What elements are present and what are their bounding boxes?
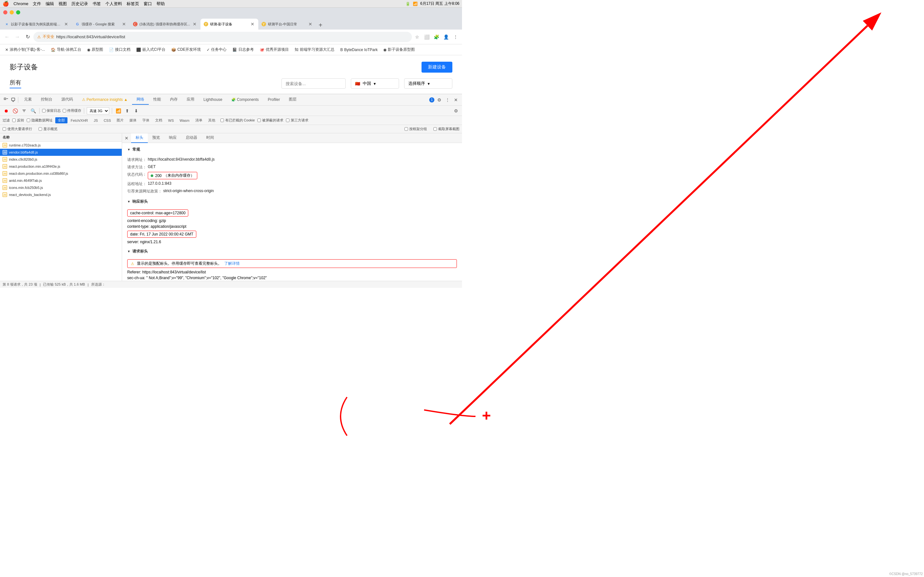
response-headers-section-header[interactable]: ▼ 响应标头 xyxy=(127,198,457,206)
detail-tab-timing[interactable]: 时间 xyxy=(202,133,219,143)
menubar-tabs[interactable]: 标签页 xyxy=(127,1,139,7)
filter-type-manifest[interactable]: 清单 xyxy=(193,117,205,123)
filter-type-wasm[interactable]: Wasm xyxy=(177,118,192,123)
devtools-tab-perf-insights[interactable]: ⚠ Performance insights ▲ xyxy=(77,95,132,105)
bookmark-bytedance[interactable]: B ByteDance IoTPark xyxy=(338,47,380,53)
bookmark-log[interactable]: 📓 日志参考 xyxy=(230,46,256,53)
search-network-button[interactable]: 🔍 xyxy=(29,107,37,114)
blocked-requests-checkbox[interactable] xyxy=(258,119,261,122)
back-button[interactable]: ← xyxy=(3,32,11,42)
bookmark-task[interactable]: ✓ 任务中心 xyxy=(204,46,229,53)
file-item-4[interactable]: JS react-dom.production.min.cd38b86f.js xyxy=(0,170,122,177)
devtools-close-icon[interactable]: ✕ xyxy=(452,97,459,103)
file-item-6[interactable]: JS icons.min.fcb250b5.js xyxy=(0,184,122,191)
wifi-icon[interactable]: 📶 xyxy=(115,107,122,114)
menubar-help[interactable]: 帮助 xyxy=(156,1,165,7)
filter-type-js[interactable]: JS xyxy=(91,118,101,123)
profile-icon[interactable]: 👤 xyxy=(442,33,450,41)
close-window-btn[interactable] xyxy=(3,10,7,15)
bookmark-ci[interactable]: ⬛ 嵌入式CI平台 xyxy=(134,46,168,53)
bookmark-tuya[interactable]: ✕ 涂鸦小智(下载)-客-... xyxy=(3,46,48,53)
download-icon[interactable]: ⬇ xyxy=(133,107,140,114)
record-button[interactable]: ⏺ xyxy=(3,107,10,114)
filter-type-other[interactable]: 其他 xyxy=(206,117,218,123)
file-item-7[interactable]: JS react_devtools_backend.js xyxy=(0,191,122,198)
tab-close-tab2[interactable]: ✕ xyxy=(121,21,127,27)
new-device-button[interactable]: 新建设备 xyxy=(422,62,452,73)
clear-button[interactable]: 🚫 xyxy=(11,107,19,114)
menubar-window[interactable]: 窗口 xyxy=(143,1,152,7)
tab-close-tab1[interactable]: ✕ xyxy=(64,21,69,27)
reload-button[interactable]: ↻ xyxy=(23,32,32,42)
detail-close-button[interactable]: ✕ xyxy=(122,134,131,142)
devtools-tab-sources[interactable]: 源代码 xyxy=(57,95,77,105)
file-item-3[interactable]: JS react.production.min.a19f443e.js xyxy=(0,163,122,170)
bookmark-github[interactable]: 🐙 优秀开源项目 xyxy=(257,46,291,53)
devtools-tab-application[interactable]: 应用 xyxy=(182,95,199,105)
filter-all-label[interactable]: 所有 xyxy=(10,79,21,89)
request-headers-section-header[interactable]: ▼ 请求标头 xyxy=(127,247,457,255)
extension-puzzle-icon[interactable]: 🧩 xyxy=(433,33,440,41)
file-item-0[interactable]: JS runtime.c702eacb.js xyxy=(0,142,122,149)
detail-tab-headers[interactable]: 标头 xyxy=(131,133,148,143)
tab-close-tab4[interactable]: ✕ xyxy=(250,21,255,27)
general-section-header[interactable]: ▼ 常规 xyxy=(127,145,457,153)
country-select[interactable]: 🇨🇳 中国 ▾ xyxy=(351,78,399,89)
large-requests-checkbox[interactable] xyxy=(3,127,6,131)
menubar-history[interactable]: 历史记录 xyxy=(71,1,88,7)
tab-close-tab5[interactable]: ✕ xyxy=(308,21,313,27)
bookmark-cde[interactable]: 📦 CDE开发环境 xyxy=(169,46,203,53)
bookmark-nav[interactable]: 🏠 导航-涂鸦工台 xyxy=(48,46,84,53)
tab-close-tab3[interactable]: ✕ xyxy=(192,21,197,27)
menubar-bookmarks[interactable]: 书签 xyxy=(93,1,101,7)
invert-filter-checkbox[interactable] xyxy=(12,119,16,122)
devtools-tab-performance[interactable]: 性能 xyxy=(149,95,166,105)
minimize-window-btn[interactable] xyxy=(10,10,14,15)
devtools-tab-network[interactable]: 网络 xyxy=(132,95,149,105)
upload-icon[interactable]: ⬆ xyxy=(124,107,131,114)
menubar-edit[interactable]: 编辑 xyxy=(46,1,54,7)
menubar-view[interactable]: 视图 xyxy=(58,1,67,7)
file-item-5[interactable]: JS antd.min.4649f7ab.js xyxy=(0,177,122,184)
tab-item-tab5[interactable]: Y 研测平台-中国日常 ✕ xyxy=(258,19,316,29)
detail-tab-response[interactable]: 响应 xyxy=(164,133,181,143)
show-overview-checkbox[interactable] xyxy=(39,127,42,131)
filter-type-fetch-xhr[interactable]: Fetch/XHR xyxy=(68,118,90,123)
apple-menu[interactable]: 🍎 xyxy=(3,1,9,7)
file-item-2[interactable]: JS index.c9c820b0.js xyxy=(0,156,122,163)
lens-icon[interactable]: ⬜ xyxy=(423,33,430,41)
filter-type-font[interactable]: 字体 xyxy=(140,117,152,123)
devtools-settings-icon[interactable]: ⚙ xyxy=(436,97,443,103)
filter-toggle-button[interactable] xyxy=(21,107,27,114)
request-warning-link[interactable]: 了解详情 xyxy=(224,261,240,266)
devtools-tab-memory[interactable]: 内存 xyxy=(166,95,182,105)
bookmark-shadow-device[interactable]: ◉ 影子设备原型图 xyxy=(381,46,417,53)
filter-type-all[interactable]: 全部 xyxy=(55,117,68,123)
forward-button[interactable]: → xyxy=(13,32,22,42)
tab-item-tab1[interactable]: ✕ 以影子设备项目为例实践前端常... ✕ xyxy=(1,19,72,29)
devtools-tab-components[interactable]: 🧩 Components xyxy=(227,95,263,105)
capture-screenshot-checkbox[interactable] xyxy=(433,127,437,131)
bookmark-prototype[interactable]: ◉ 原型图 xyxy=(84,46,106,53)
devtools-tab-lighthouse[interactable]: Lighthouse xyxy=(199,95,227,105)
blocked-cookies-checkbox[interactable] xyxy=(221,119,224,122)
network-settings-icon[interactable]: ⚙ xyxy=(452,107,459,114)
menubar-file[interactable]: 文件 xyxy=(33,1,41,7)
detail-tab-initiator[interactable]: 启动器 xyxy=(181,133,202,143)
bookmark-api-doc[interactable]: 📄 接口文档 xyxy=(106,46,133,53)
third-party-checkbox[interactable] xyxy=(286,119,290,122)
search-devices-input[interactable] xyxy=(282,78,346,89)
maximize-window-btn[interactable] xyxy=(16,10,20,15)
devtools-tab-console[interactable]: 控制台 xyxy=(36,95,57,105)
tab-item-tab4[interactable]: Y 研测-影子设备 ✕ xyxy=(200,19,258,29)
devtools-tab-profiler[interactable]: Profiler xyxy=(263,95,284,105)
devtools-more-icon[interactable]: ⋮ xyxy=(444,97,451,103)
more-menu-icon[interactable]: ⋮ xyxy=(452,33,459,41)
device-toolbar-icon[interactable] xyxy=(10,97,17,103)
disable-cache-checkbox[interactable] xyxy=(63,109,66,113)
tab-item-tab2[interactable]: G 强缓存 - Google 搜索 ✕ xyxy=(72,19,130,29)
network-throttle-select[interactable]: 高速 3G xyxy=(87,107,109,114)
order-select[interactable]: 选择顺序 ▾ xyxy=(404,78,452,89)
hide-data-urls-checkbox[interactable] xyxy=(27,119,30,122)
tab-item-tab3[interactable]: C (3条消息) 强缓存和协商缓存区... ✕ xyxy=(130,19,200,29)
